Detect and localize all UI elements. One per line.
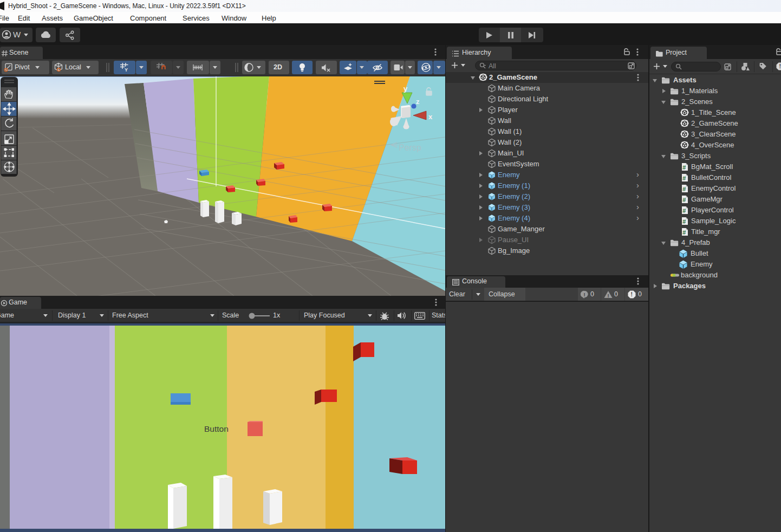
svg-text:Button: Button (204, 424, 229, 433)
svg-text:Y: Y (125, 67, 128, 73)
svg-text:x: x (428, 113, 433, 121)
svg-text:!: ! (584, 291, 585, 297)
svg-text:!: ! (630, 291, 633, 297)
svg-text:z: z (416, 98, 420, 106)
svg-text:!: ! (607, 293, 609, 299)
svg-text:!: ! (779, 63, 781, 69)
svg-text:y: y (403, 85, 408, 93)
svg-text:Persp: Persp (399, 143, 421, 152)
